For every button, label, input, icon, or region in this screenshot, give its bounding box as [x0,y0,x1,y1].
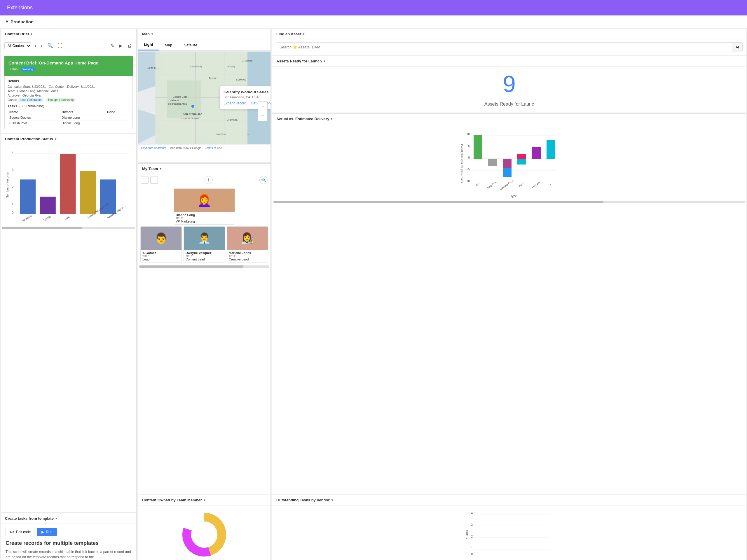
table-row: Source Quotes Dianne Long [7,115,130,121]
svg-text:Blog Post: Blog Post [487,180,498,189]
brief-toolbar: All Conten' ‹ › 🔍 ⛶ ✎ ▶ 🖨 [1,39,136,52]
map-terms-label[interactable]: Terms of Use [205,146,222,150]
est-delivery-label: Est. Content Delivery: [49,85,80,88]
svg-text:Albany: Albany [227,65,235,68]
zoom-in-button[interactable]: + [258,102,267,111]
team-member-card-dianne: 👩‍🦰 Dianne Long TITLE VP Marketing [174,188,235,224]
member-role-dianne: VP Marketing [176,220,233,223]
svg-text:National: National [170,99,179,102]
print-button[interactable]: 🖨 [126,42,133,50]
my-team-panel: My Team ▾ − + ℹ 🔍 👩‍🦰 Dianne Long TITLE [138,163,271,494]
search-container: Al [272,39,746,55]
est-delivery-value: 8/11/2021 [80,85,95,88]
svg-text:0: 0 [468,156,470,159]
content-brief-dropdown-icon[interactable]: ▾ [31,32,32,35]
team-info-button[interactable]: ℹ [205,176,213,184]
assets-ready-dropdown-icon[interactable]: ▾ [324,59,325,63]
avatar-vasquez: 👨‍💼 [184,226,225,250]
bar-chart-svg: 4 3 2 1 0 Number of records [5,148,132,222]
task-owner-2: Dianne Long [60,121,105,126]
col-owners: Owners [60,109,105,115]
svg-text:3: 3 [12,168,14,171]
team-members-container: 👩‍🦰 Dianne Long TITLE VP Marketing 👨 A G… [138,186,271,265]
svg-text:Golden Gate: Golden Gate [173,96,187,98]
search-btn-label: Al [736,45,739,49]
member-name-dianne: Dianne Long [176,213,233,217]
expand-button[interactable]: ⛶ [57,42,63,50]
my-team-dropdown-icon[interactable]: ▾ [160,167,161,170]
play-button[interactable]: ▶ [118,42,123,50]
status-label: Status: [8,68,18,71]
svg-text:Strawberry: Strawberry [190,65,203,68]
svg-text:Santa M…: Santa M… [147,66,159,70]
otv-header: Outstanding Tasks by Vendor ▾ [272,495,746,505]
svg-text:0: 0 [471,553,473,556]
svg-text:Sum: Actual vs. Estimated (Day: Sum: Actual vs. Estimated (Days) [460,144,463,183]
campaign-start-label: Campaign Start: [7,85,31,88]
campaign-start-value: 8/23/2021 [32,85,46,88]
task-done-1 [105,115,130,121]
avd-scrollbar[interactable] [274,201,745,203]
create-tasks-dropdown-icon[interactable]: ▾ [55,517,57,520]
chart-scrollbar[interactable] [2,226,135,229]
edit-button[interactable]: ✎ [109,42,115,50]
search-button[interactable]: 🔍 [46,42,54,50]
content-owned-panel: Content Owned by Team Member ▾ [138,495,271,560]
content-production-status-panel: Content Production Status ▾ 4 3 2 1 0 Nu… [1,134,136,512]
actual-vs-estimated-panel: Actual vs. Estimated Delivery ▾ 10 5 0 −… [272,113,746,494]
team-zoom-in-button[interactable]: + [150,176,158,184]
team-member-info-dianne: Dianne Long TITLE VP Marketing [174,212,235,224]
otv-dropdown-icon[interactable]: ▾ [332,499,333,502]
btn-row: </> Edit code ▶ Run [5,528,132,536]
team-scrollbar[interactable] [139,265,269,268]
team-member-info-marlene: Marlene Jones TITLE Creative Lead [227,250,268,262]
asset-search-button[interactable]: Al [732,43,742,52]
find-asset-dropdown-icon[interactable]: ▾ [303,32,304,35]
map-tab-light[interactable]: Light [138,39,159,50]
popup-location: San Francisco, CA, USA [224,96,271,99]
otv-chart-svg: 4 3 2 1 0 # Tasks [275,508,743,560]
svg-text:0: 0 [12,211,14,214]
content-owned-dropdown-icon[interactable]: ▾ [204,499,205,502]
approver-label: Approver: [7,94,22,97]
svg-text:5: 5 [468,144,470,148]
svg-text:Ad: Ad [475,183,480,187]
zoom-out-button[interactable]: − [258,111,267,121]
map-dropdown-icon[interactable]: ▾ [151,32,153,35]
cps-dropdown-icon[interactable]: ▾ [55,137,56,140]
asset-search-input[interactable] [276,43,732,52]
map-keyboard-shortcuts[interactable]: Keyboard shortcuts [141,146,166,150]
avd-dropdown-icon[interactable]: ▾ [331,117,332,121]
svg-point-50 [191,522,217,548]
map-panel: Map ▾ Light Map Satellite [138,29,271,163]
team-zoom-out-button[interactable]: − [141,176,149,184]
avatar-gomez: 👨 [140,226,181,250]
popup-expand-link[interactable]: Expand record [224,101,246,105]
svg-text:Recreation Area: Recreation Area [169,102,187,105]
svg-rect-65 [503,159,512,168]
svg-text:Is…: Is… [248,133,252,136]
next-button[interactable]: › [40,42,44,50]
edit-code-button[interactable]: </> Edit code [5,528,34,536]
create-records-description: This script will create records in a chi… [5,549,132,560]
prev-button[interactable]: ‹ [33,42,37,50]
svg-rect-69 [546,140,555,159]
otv-title: Outstanding Tasks by Vendor [276,498,330,502]
map-tab-satellite[interactable]: Satellite [178,39,203,50]
svg-rect-66 [517,154,526,159]
svg-rect-68 [532,147,541,159]
map-tab-map[interactable]: Map [159,39,178,50]
play-icon: ▶ [42,530,44,534]
member-title-label-marlene: TITLE [229,255,266,258]
run-button[interactable]: ▶ Run [37,528,57,536]
brief-details: Details Campaign Start: 8/23/2021 Est. C… [4,76,133,129]
donut-container [138,505,271,560]
brief-green-header: Content Brief: On-Demand App Home Page S… [4,56,133,76]
content-filter-select[interactable]: All Conten' [4,42,31,49]
production-bar[interactable]: ▾ Production [0,16,747,28]
team-search-button[interactable]: 🔍 [259,176,267,184]
map-container[interactable]: Light Map Satellite [138,39,271,144]
member-name-vasquez: Dwayne Vasquez [186,251,223,255]
assets-ready-panel: Assets Ready for Launch ▾ 9 Assets Ready… [272,56,746,113]
content-brief-header: Content Brief ▾ [1,29,136,39]
